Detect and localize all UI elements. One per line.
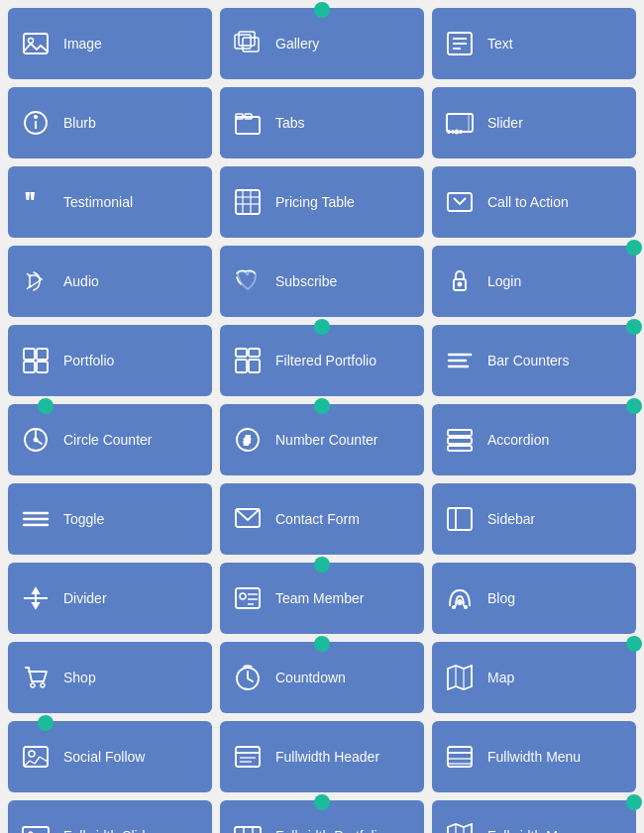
item-image[interactable]: Image (8, 8, 212, 79)
svg-rect-60 (236, 588, 260, 608)
item-divider[interactable]: Divider (8, 563, 212, 634)
item-circle-counter[interactable]: Circle Counter (8, 404, 212, 475)
svg-rect-80 (236, 747, 260, 767)
item-fullwidth-menu[interactable]: Fullwidth Menu (432, 721, 636, 792)
svg-rect-32 (24, 349, 35, 360)
svg-marker-58 (33, 588, 39, 593)
item-sidebar[interactable]: Sidebar (432, 483, 636, 555)
call-to-action-label: Call to Action (487, 194, 569, 211)
item-pricing-table[interactable]: Pricing Table (220, 166, 424, 238)
team-member-badge (314, 557, 330, 573)
social-follow-icon (18, 739, 54, 775)
item-call-to-action[interactable]: Call to Action (432, 166, 636, 238)
text-label: Text (487, 36, 513, 52)
divider-label: Divider (63, 590, 107, 607)
fullwidth-map-icon (442, 818, 478, 833)
svg-point-11 (35, 116, 37, 118)
shop-icon (18, 660, 54, 695)
slider-icon (442, 105, 478, 141)
testimonial-label: Testimonial (63, 194, 133, 211)
circle-counter-label: Circle Counter (63, 432, 152, 449)
item-subscribe[interactable]: Subscribe (220, 246, 424, 317)
svg-rect-34 (24, 362, 35, 372)
item-number-counter[interactable]: # Number Counter (220, 404, 424, 475)
testimonial-icon: " (18, 184, 54, 220)
svg-text:": " (25, 188, 36, 216)
fullwidth-portfolio-badge (314, 794, 330, 810)
svg-rect-27 (448, 193, 472, 211)
toggle-icon (18, 501, 54, 537)
fullwidth-map-label: Fullwidth Map (487, 828, 573, 833)
portfolio-label: Portfolio (63, 353, 114, 369)
team-member-icon (230, 580, 266, 616)
slider-label: Slider (487, 115, 523, 132)
item-accordion[interactable]: Accordion (432, 404, 636, 475)
pricing-table-icon (230, 184, 266, 220)
circle-counter-icon (18, 422, 54, 458)
item-gallery[interactable]: Gallery (220, 8, 424, 79)
svg-rect-47 (448, 430, 472, 436)
widget-grid: Image Gallery Text Blurb Tabs Slider (8, 8, 636, 833)
map-icon (442, 660, 478, 695)
svg-line-78 (35, 757, 40, 764)
blog-icon (442, 580, 478, 616)
sidebar-label: Sidebar (487, 511, 535, 528)
svg-rect-22 (236, 190, 260, 214)
countdown-badge (314, 636, 330, 652)
blog-label: Blog (487, 590, 515, 607)
text-icon (442, 26, 478, 61)
subscribe-label: Subscribe (275, 273, 337, 290)
audio-icon (18, 263, 54, 299)
item-map[interactable]: Map (432, 642, 636, 713)
fullwidth-header-label: Fullwidth Header (275, 749, 379, 766)
fullwidth-slider-label: Fullwidth Slider (63, 828, 158, 833)
circle-counter-badge (38, 398, 54, 414)
svg-point-44 (35, 439, 38, 442)
subscribe-icon (230, 263, 266, 299)
item-tabs[interactable]: Tabs (220, 87, 424, 158)
number-counter-badge (314, 398, 330, 414)
svg-marker-59 (33, 603, 39, 608)
item-login[interactable]: Login (432, 246, 636, 317)
item-portfolio[interactable]: Portfolio (8, 325, 212, 396)
number-counter-label: Number Counter (275, 432, 378, 449)
svg-rect-49 (448, 446, 472, 451)
svg-marker-94 (448, 824, 472, 833)
gallery-badge (314, 2, 330, 18)
svg-text:#: # (244, 434, 251, 448)
sidebar-icon (442, 501, 478, 537)
item-audio[interactable]: Audio (8, 246, 212, 317)
item-fullwidth-portfolio[interactable]: Fullwidth Portfolio (220, 800, 424, 833)
svg-point-61 (240, 593, 246, 599)
item-toggle[interactable]: Toggle (8, 483, 212, 555)
item-slider[interactable]: Slider (432, 87, 636, 158)
item-text[interactable]: Text (432, 8, 636, 79)
item-fullwidth-header[interactable]: Fullwidth Header (220, 721, 424, 792)
map-badge (626, 636, 642, 652)
item-countdown[interactable]: Countdown (220, 642, 424, 713)
contact-form-icon (230, 501, 266, 537)
item-team-member[interactable]: Team Member (220, 563, 424, 634)
accordion-label: Accordion (487, 432, 549, 449)
divider-icon (18, 580, 54, 616)
item-shop[interactable]: Shop (8, 642, 212, 713)
fullwidth-slider-icon (18, 818, 54, 833)
shop-label: Shop (63, 670, 96, 686)
call-to-action-icon (442, 184, 478, 220)
item-bar-counters[interactable]: Bar Counters (432, 325, 636, 396)
bar-counters-label: Bar Counters (487, 353, 569, 369)
item-blog[interactable]: Blog (432, 563, 636, 634)
item-contact-form[interactable]: Contact Form (220, 483, 424, 555)
svg-point-68 (31, 683, 35, 687)
svg-rect-38 (236, 360, 247, 372)
item-testimonial[interactable]: " Testimonial (8, 166, 212, 238)
tabs-icon (230, 105, 266, 141)
item-blurb[interactable]: Blurb (8, 87, 212, 158)
bar-counters-icon (442, 343, 478, 378)
login-icon (442, 263, 478, 299)
item-fullwidth-slider[interactable]: Fullwidth Slider (8, 800, 212, 833)
item-social-follow[interactable]: Social Follow (8, 721, 212, 792)
item-filtered-portfolio[interactable]: Filtered Portfolio (220, 325, 424, 396)
item-fullwidth-map[interactable]: Fullwidth Map (432, 800, 636, 833)
svg-rect-33 (37, 349, 48, 360)
